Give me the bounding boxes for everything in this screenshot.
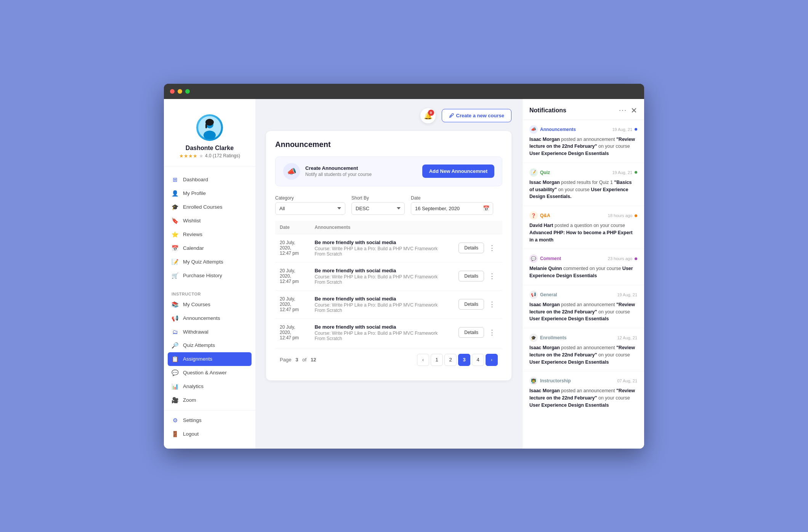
- close-dot[interactable]: [170, 89, 175, 94]
- row-date-cell: 20 July, 2020,12:47 pm: [275, 234, 310, 262]
- notification-item[interactable]: 📝 Quiz 19 Aug, 21 Issac Morgan posted re…: [523, 163, 644, 206]
- notification-item[interactable]: 👨‍🏫 Instructorship 07 Aug, 21 Isaac Morg…: [523, 371, 644, 414]
- more-options-button[interactable]: ⋮: [486, 242, 498, 254]
- more-options-button[interactable]: ⋮: [486, 299, 498, 310]
- sidebar-item-logout[interactable]: 🚪 Logout: [164, 427, 255, 441]
- notification-item[interactable]: 📣 Announcements 19 Aug, 21 Isaac Morgan …: [523, 120, 644, 163]
- next-page-button[interactable]: ›: [486, 354, 498, 366]
- sidebar-item-label: Zoom: [183, 397, 196, 403]
- sidebar-item-wishlist[interactable]: 🔖 Wishlist: [164, 214, 255, 228]
- notif-cat-icon: 📢: [529, 291, 538, 299]
- create-btn-label: Create a new course: [456, 113, 504, 118]
- notif-more-button[interactable]: ···: [619, 106, 627, 114]
- notif-item-header: 📣 Announcements 19 Aug, 21: [529, 125, 637, 134]
- announcement-banner: 📣 Create Announcement Notify all student…: [275, 157, 502, 186]
- sortby-filter-group: Short By DESC ASC: [351, 195, 405, 215]
- details-button[interactable]: Details: [459, 271, 484, 281]
- notif-header-actions: ··· ✕: [619, 106, 637, 115]
- withdrawal-icon: 🗂: [172, 329, 178, 335]
- my-courses-icon: 📚: [172, 301, 178, 308]
- details-button[interactable]: Details: [459, 327, 484, 338]
- notifications-bell-button[interactable]: 🔔 9: [420, 108, 436, 123]
- row-content-cell: Be more friendly with social media Cours…: [310, 318, 454, 347]
- prev-page-button[interactable]: ‹: [417, 354, 429, 366]
- row-date: 20 July, 2020,12:47 pm: [280, 240, 305, 256]
- sidebar-item-settings[interactable]: ⚙ Settings: [164, 414, 255, 427]
- sidebar-item-calendar[interactable]: 📅 Calendar: [164, 241, 255, 255]
- row-date-cell: 20 July, 2020,12:47 pm: [275, 290, 310, 318]
- table-head: Date Announcements: [275, 221, 502, 234]
- notif-item-header: 💬 Comment 23 hours ago: [529, 254, 637, 263]
- row-course: Course: Write PHP Like a Pro: Build a PH…: [314, 246, 449, 257]
- announcement-table: Date Announcements 20 July, 2020,12:47 p…: [275, 221, 502, 347]
- minimize-dot[interactable]: [178, 89, 182, 94]
- page-btn-2[interactable]: 2: [444, 354, 457, 366]
- sidebar-item-label: Announcements: [183, 315, 220, 321]
- settings-icon: ⚙: [172, 417, 178, 424]
- page-btn-1[interactable]: 1: [431, 354, 443, 366]
- row-date-cell: 20 July, 2020,12:47 pm: [275, 262, 310, 290]
- notif-body: Issac Morgan posted results for Quiz 1 "…: [529, 179, 637, 200]
- sidebar-item-dashboard[interactable]: ⊞ Dashboard: [164, 173, 255, 187]
- app-body: Dashonte Clarke ★★★★ ★ 4.0 (172 Ratings)…: [164, 99, 644, 449]
- sidebar-item-quiz-attempts[interactable]: 📝 My Quiz Attempts: [164, 255, 255, 269]
- notifications-title: Notifications: [529, 107, 566, 114]
- sidebar-item-question-answer[interactable]: 💬 Question & Answer: [164, 366, 255, 380]
- sidebar: Dashonte Clarke ★★★★ ★ 4.0 (172 Ratings)…: [164, 99, 255, 449]
- notif-category: 🎓 Enrollments: [529, 334, 566, 342]
- sidebar-item-label: Analytics: [183, 383, 204, 389]
- notifications-list: 📣 Announcements 19 Aug, 21 Isaac Morgan …: [523, 120, 644, 414]
- add-announcement-button[interactable]: Add New Announcemnet: [422, 165, 494, 178]
- notif-time-wrap: 18 hours ago: [608, 213, 637, 218]
- sidebar-item-enrolled-courses[interactable]: 🎓 Enrolled Courses: [164, 200, 255, 214]
- instructor-label: Instructor: [164, 289, 255, 298]
- sidebar-item-withdrawal[interactable]: 🗂 Withdrawal: [164, 325, 255, 339]
- category-label: Category: [275, 195, 345, 201]
- sidebar-item-label: Logout: [183, 431, 199, 437]
- quiz-attempts-icon: 🔎: [172, 342, 178, 349]
- notif-close-button[interactable]: ✕: [631, 106, 637, 115]
- announcements-icon: 📢: [172, 315, 178, 322]
- notif-time-wrap: 19 Aug, 21: [617, 292, 637, 297]
- category-select[interactable]: All Course Announcements General: [275, 202, 345, 215]
- sidebar-item-reviews[interactable]: ⭐ Reviews: [164, 228, 255, 241]
- sidebar-item-quiz-attempts-instr[interactable]: 🔎 Quiz Attempts: [164, 339, 255, 352]
- notification-item[interactable]: 🎓 Enrollments 12 Aug, 21 Isaac Morgan po…: [523, 328, 644, 371]
- sidebar-item-my-courses[interactable]: 📚 My Courses: [164, 298, 255, 312]
- page-buttons: ‹ 1 2 3 4 ›: [417, 354, 498, 366]
- more-options-button[interactable]: ⋮: [486, 270, 498, 282]
- sidebar-item-analytics[interactable]: 📊 Analytics: [164, 380, 255, 393]
- sidebar-item-label: Assignments: [183, 356, 212, 362]
- sidebar-item-announcements[interactable]: 📢 Announcements: [164, 312, 255, 325]
- row-actions-cell: Details ⋮: [454, 318, 502, 347]
- sidebar-item-assignments[interactable]: 📋 Assignments: [168, 352, 252, 366]
- notif-cat-icon: 🎓: [529, 334, 538, 342]
- page-btn-3[interactable]: 3: [458, 354, 470, 366]
- notif-unread-dot: [635, 214, 637, 217]
- row-actions: Details ⋮: [459, 299, 498, 310]
- notifications-panel: Notifications ··· ✕ 📣 Announcements 19 A…: [522, 99, 644, 449]
- page-title: Announcement: [275, 140, 502, 149]
- banner-subtitle: Notify all students of your course: [305, 172, 372, 177]
- maximize-dot[interactable]: [185, 89, 190, 94]
- notif-cat-icon: 📣: [529, 125, 538, 134]
- create-course-button[interactable]: 🖊 Create a new course: [442, 109, 511, 122]
- details-button[interactable]: Details: [459, 299, 484, 310]
- titlebar: [164, 84, 644, 99]
- sortby-select[interactable]: DESC ASC: [351, 202, 405, 215]
- banner-text: Create Announcement Notify all students …: [305, 165, 372, 177]
- sidebar-item-zoom[interactable]: 🎥 Zoom: [164, 393, 255, 407]
- details-button[interactable]: Details: [459, 243, 484, 253]
- sidebar-item-purchase-history[interactable]: 🛒 Purchase History: [164, 269, 255, 283]
- notif-unread-dot: [635, 128, 637, 131]
- notification-item[interactable]: ❓ Q&A 18 hours ago David Hart posted a q…: [523, 206, 644, 249]
- sidebar-item-my-profile[interactable]: 👤 My Profile: [164, 187, 255, 200]
- announcement-card: Announcement 📣 Create Announcement Notif…: [266, 131, 511, 380]
- date-input[interactable]: [411, 202, 493, 215]
- page-btn-4[interactable]: 4: [472, 354, 484, 366]
- notification-item[interactable]: 💬 Comment 23 hours ago Melanie Quinn com…: [523, 249, 644, 285]
- category-filter-group: Category All Course Announcements Genera…: [275, 195, 345, 215]
- more-options-button[interactable]: ⋮: [486, 327, 498, 338]
- notification-item[interactable]: 📢 General 19 Aug, 21 Isaac Morgan posted…: [523, 285, 644, 328]
- notif-time: 19 Aug, 21: [617, 292, 637, 297]
